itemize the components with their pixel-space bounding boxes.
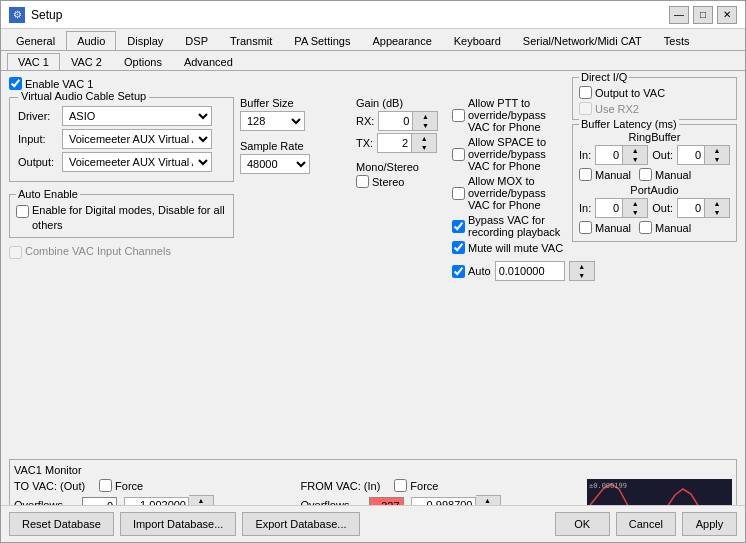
to-vac-ratio-input[interactable] bbox=[124, 497, 189, 506]
space-override-checkbox[interactable] bbox=[452, 148, 465, 161]
mox-override-label[interactable]: Allow MOX to override/bypass VAC for Pho… bbox=[452, 175, 566, 211]
subtab-advanced[interactable]: Advanced bbox=[173, 53, 244, 70]
pa-manual-in[interactable]: Manual bbox=[579, 221, 631, 234]
from-vac-ratio-input[interactable] bbox=[411, 497, 476, 506]
use-rx2-checkbox bbox=[579, 102, 592, 115]
ring-buffer-manual-in[interactable]: Manual bbox=[579, 168, 631, 181]
title-bar: ⚙ Setup — □ ✕ bbox=[1, 1, 745, 29]
subtab-vac2[interactable]: VAC 2 bbox=[60, 53, 113, 70]
enable-vac1-label[interactable]: Enable VAC 1 bbox=[9, 77, 93, 90]
input-label: Input: bbox=[18, 133, 58, 145]
ring-buffer-in-label: In: bbox=[579, 149, 591, 161]
mute-vac-checkbox[interactable] bbox=[452, 241, 465, 254]
from-vac-label: FROM VAC: (In) bbox=[301, 480, 381, 492]
tx-input[interactable] bbox=[377, 133, 412, 153]
pa-out-down[interactable]: ▼ bbox=[705, 208, 729, 217]
ring-buffer-out-up[interactable]: ▲ bbox=[705, 146, 729, 155]
pa-in-up[interactable]: ▲ bbox=[623, 199, 647, 208]
ring-buffer-out-down[interactable]: ▼ bbox=[705, 155, 729, 164]
reset-database-button[interactable]: Reset Database bbox=[9, 512, 114, 536]
ring-buffer-in-input[interactable] bbox=[595, 145, 623, 165]
to-vac-force-cb[interactable] bbox=[99, 479, 112, 492]
auto-label[interactable]: Auto bbox=[452, 265, 491, 278]
tab-dsp[interactable]: DSP bbox=[174, 31, 219, 50]
pa-manual-out[interactable]: Manual bbox=[639, 221, 691, 234]
output-select[interactable]: Voicemeeter AUX Virtual ASI bbox=[62, 152, 212, 172]
space-override-text: Allow SPACE to override/bypass VAC for P… bbox=[468, 136, 566, 172]
cancel-button[interactable]: Cancel bbox=[616, 512, 676, 536]
ring-buffer-manual-in-cb[interactable] bbox=[579, 168, 592, 181]
maximize-button[interactable]: □ bbox=[693, 6, 713, 24]
from-vac-force-cb[interactable] bbox=[394, 479, 407, 492]
rx-up-btn[interactable]: ▲ bbox=[413, 112, 437, 121]
bypass-vac-checkbox[interactable] bbox=[452, 220, 465, 233]
tab-transmit[interactable]: Transmit bbox=[219, 31, 283, 50]
combine-vac-checkbox bbox=[9, 246, 22, 259]
tab-general[interactable]: General bbox=[5, 31, 66, 50]
auto-value-input[interactable] bbox=[495, 261, 565, 281]
subtab-options[interactable]: Options bbox=[113, 53, 173, 70]
ring-buffer-in-up[interactable]: ▲ bbox=[623, 146, 647, 155]
from-vac-force[interactable]: Force bbox=[394, 479, 438, 492]
pa-out-input[interactable] bbox=[677, 198, 705, 218]
from-vac-ratio-up[interactable]: ▲ bbox=[476, 496, 500, 505]
minimize-button[interactable]: — bbox=[669, 6, 689, 24]
ptt-override-checkbox[interactable] bbox=[452, 109, 465, 122]
buffer-size-select[interactable]: 128 bbox=[240, 111, 305, 131]
sub-tabs: VAC 1 VAC 2 Options Advanced bbox=[1, 51, 745, 71]
pa-manual-in-cb[interactable] bbox=[579, 221, 592, 234]
ring-buffer-out-input[interactable] bbox=[677, 145, 705, 165]
tab-audio[interactable]: Audio bbox=[66, 31, 116, 50]
auto-checkbox[interactable] bbox=[452, 265, 465, 278]
driver-select[interactable]: ASIO bbox=[62, 106, 212, 126]
sample-rate-select[interactable]: 48000 bbox=[240, 154, 310, 174]
tab-appearance[interactable]: Appearance bbox=[361, 31, 442, 50]
auto-enable-title: Auto Enable bbox=[16, 188, 80, 200]
ring-buffer-in-down[interactable]: ▼ bbox=[623, 155, 647, 164]
mox-override-checkbox[interactable] bbox=[452, 187, 465, 200]
pa-out-up[interactable]: ▲ bbox=[705, 199, 729, 208]
gain-db-label: Gain (dB) bbox=[356, 97, 446, 109]
to-vac-force[interactable]: Force bbox=[99, 479, 143, 492]
rx-input[interactable] bbox=[378, 111, 413, 131]
input-row: Input: Voicemeeter AUX Virtual ASI bbox=[18, 129, 225, 149]
close-button[interactable]: ✕ bbox=[717, 6, 737, 24]
ok-button[interactable]: OK bbox=[555, 512, 610, 536]
stereo-label[interactable]: Stereo bbox=[356, 175, 446, 188]
export-database-button[interactable]: Export Database... bbox=[242, 512, 359, 536]
gain-db-section: Gain (dB) RX: ▲ ▼ TX: bbox=[356, 97, 446, 153]
bypass-vac-label[interactable]: Bypass VAC for recording playback bbox=[452, 214, 566, 238]
rx-label: RX: bbox=[356, 115, 374, 127]
input-select[interactable]: Voicemeeter AUX Virtual ASI bbox=[62, 129, 212, 149]
tab-serial-network[interactable]: Serial/Network/Midi CAT bbox=[512, 31, 653, 50]
auto-enable-label[interactable]: Enable for Digital modes, Disable for al… bbox=[16, 203, 227, 234]
import-database-button[interactable]: Import Database... bbox=[120, 512, 237, 536]
tx-down-btn[interactable]: ▼ bbox=[412, 143, 436, 152]
pa-in-down[interactable]: ▼ bbox=[623, 208, 647, 217]
enable-vac1-checkbox[interactable] bbox=[9, 77, 22, 90]
ptt-override-label[interactable]: Allow PTT to override/bypass VAC for Pho… bbox=[452, 97, 566, 133]
pa-manual-out-cb[interactable] bbox=[639, 221, 652, 234]
combine-vac-label[interactable]: Combine VAC Input Channels bbox=[9, 244, 234, 259]
space-override-label[interactable]: Allow SPACE to override/bypass VAC for P… bbox=[452, 136, 566, 172]
ring-buffer-manual-out[interactable]: Manual bbox=[639, 168, 691, 181]
to-vac-ratio-up[interactable]: ▲ bbox=[189, 496, 213, 505]
pa-in-input[interactable] bbox=[595, 198, 623, 218]
subtab-vac1[interactable]: VAC 1 bbox=[7, 53, 60, 70]
mute-vac-label[interactable]: Mute will mute VAC bbox=[452, 241, 566, 254]
output-to-vac-label[interactable]: Output to VAC bbox=[579, 86, 730, 99]
rx-down-btn[interactable]: ▼ bbox=[413, 121, 437, 130]
tab-display[interactable]: Display bbox=[116, 31, 174, 50]
tab-keyboard[interactable]: Keyboard bbox=[443, 31, 512, 50]
output-to-vac-checkbox[interactable] bbox=[579, 86, 592, 99]
window-controls: — □ ✕ bbox=[669, 6, 737, 24]
tx-up-btn[interactable]: ▲ bbox=[412, 134, 436, 143]
vac-monitor-title: VAC1 Monitor bbox=[14, 464, 732, 476]
auto-enable-checkbox[interactable] bbox=[16, 205, 29, 218]
tab-pa-settings[interactable]: PA Settings bbox=[283, 31, 361, 50]
tab-tests[interactable]: Tests bbox=[653, 31, 701, 50]
apply-button[interactable]: Apply bbox=[682, 512, 737, 536]
stereo-checkbox[interactable] bbox=[356, 175, 369, 188]
virtual-audio-cable-group: Virtual Audio Cable Setup Driver: ASIO I… bbox=[9, 97, 234, 182]
ring-buffer-manual-out-cb[interactable] bbox=[639, 168, 652, 181]
